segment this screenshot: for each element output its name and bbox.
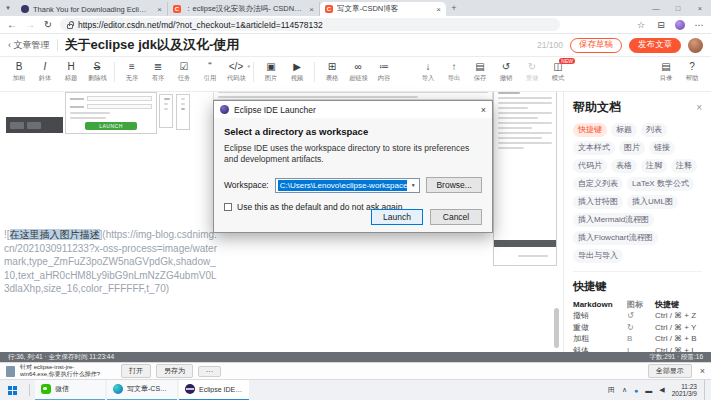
default-checkbox[interactable] [224, 203, 232, 211]
help-tag[interactable]: 链接 [649, 141, 675, 155]
battery-icon[interactable]: ▬ [645, 387, 652, 394]
help-tag[interactable]: 自定义列表 [573, 177, 623, 191]
markdown-source-text[interactable]: ![在这里插入图片描述](https://img-blog.csdnimg.cn… [4, 228, 221, 296]
browser-profile-avatar[interactable] [675, 20, 685, 30]
publish-button[interactable]: 发布文章 [629, 38, 681, 53]
toolbar-icon: ↓ [426, 60, 431, 73]
save-button[interactable]: ▤保存 [467, 60, 493, 82]
tab-close-icon[interactable]: × [436, 5, 441, 14]
article-title-input[interactable] [65, 38, 531, 53]
downloads-show-all-button[interactable]: 全部显示 [648, 364, 692, 378]
italic-button[interactable]: I斜体 [32, 60, 58, 82]
redo-button[interactable]: ↻重做 [519, 60, 545, 82]
task-list-button[interactable]: ☑任务 [171, 60, 197, 82]
ordered-list-button[interactable]: ≣有序 [145, 60, 171, 82]
help-close-icon[interactable]: × [696, 102, 702, 113]
help-tag[interactable]: 插入UML图 [627, 195, 678, 209]
help-tag[interactable]: 文本样式 [573, 141, 615, 155]
help-tag[interactable]: 插入Flowchart流程图 [573, 231, 658, 245]
code-block-button[interactable]: </>代码块▾ [223, 60, 249, 82]
volume-icon[interactable]: ◀ [659, 386, 664, 394]
taskbar-app-edge[interactable]: 写文章-CSDN博客及… [107, 380, 177, 400]
favorites-icon[interactable]: ☆ [635, 20, 647, 30]
browser-tab-eclipse-download[interactable]: Thank You for Downloading Ecli… × [16, 2, 168, 16]
cancel-button[interactable]: Cancel [430, 209, 482, 225]
link-button[interactable]: ∞超链接 [345, 60, 371, 82]
taskbar-app-wechat[interactable]: 微信 [35, 380, 105, 400]
help-tag[interactable]: 列表 [641, 123, 667, 137]
toolbar-icon: ▤ [475, 60, 484, 73]
forward-icon[interactable]: → [24, 19, 36, 30]
download-save-as-button[interactable]: 另存为 [156, 364, 193, 378]
import-button[interactable]: ↓导入 [415, 60, 441, 82]
selected-alt-text[interactable]: 在这里插入图片描述 [10, 229, 100, 240]
new-tab-button[interactable]: + [446, 3, 462, 13]
article-manage-link[interactable]: ‹ 文章管理 [8, 39, 50, 52]
dialog-title: Eclipse IDE Launcher [234, 105, 316, 115]
help-tag[interactable]: 代码片 [573, 159, 607, 173]
collections-icon[interactable]: ⊟ [655, 20, 667, 30]
eclipse-logo-icon [220, 105, 229, 114]
help-tag[interactable]: 图片 [619, 141, 645, 155]
workspace-combobox[interactable]: C:\Users\Lenovo\eclipse-workspace ▼ [275, 178, 421, 193]
help-tag[interactable]: 表格 [611, 159, 637, 173]
refresh-icon[interactable]: ↻ [42, 19, 54, 30]
launch-button[interactable]: Launch [371, 209, 423, 225]
download-prompt-text: 针对 eclipse-inst-jre- win64.exe,你要执行什么操作? [20, 364, 116, 378]
show-desktop-button[interactable] [704, 380, 707, 400]
tab-close-icon[interactable]: × [309, 5, 314, 14]
strikethrough-button[interactable]: S删除线 [84, 60, 110, 82]
url-text[interactable]: https://editor.csdn.net/md/?not_checkout… [78, 20, 323, 30]
undo-button[interactable]: ↺撤销 [493, 60, 519, 82]
workspace-value[interactable]: C:\Users\Lenovo\eclipse-workspace [278, 180, 408, 191]
video-button[interactable]: ▶视频 [284, 60, 310, 82]
bold-button[interactable]: B加粗 [6, 60, 32, 82]
embedded-screenshot-strip [213, 92, 493, 100]
help-tag[interactable]: 注释 [671, 159, 697, 173]
browser-tab-write-article[interactable]: C 写文章-CSDN博客 × [320, 2, 446, 16]
address-bar[interactable]: https://editor.csdn.net/md/?not_checkout… [60, 18, 560, 31]
close-button[interactable]: × [689, 4, 711, 13]
toc-button[interactable]: ▤目录 [653, 60, 679, 82]
help-tag[interactable]: LaTeX 数学公式 [627, 177, 694, 191]
dialog-close-icon[interactable]: × [481, 105, 486, 115]
editor-scrollbar[interactable] [554, 308, 559, 348]
maximize-button[interactable]: □ [667, 4, 689, 13]
export-button[interactable]: ↑导出 [441, 60, 467, 82]
more-menu-icon[interactable]: ⋯ [693, 20, 705, 30]
browser-tab-csdn-question[interactable]: C ：eclipse汉化安装办法吗- CSDN… × [168, 2, 320, 16]
back-icon[interactable]: ← [6, 19, 18, 30]
download-more-button[interactable]: ··· [198, 366, 221, 377]
help-tag[interactable]: 插入甘特图 [573, 195, 623, 209]
hidden-icons-chevron-icon[interactable]: ∧ [622, 386, 627, 394]
user-avatar[interactable] [688, 38, 703, 53]
dialog-titlebar[interactable]: Eclipse IDE Launcher × [214, 101, 492, 118]
ime-icon[interactable]: 田 [608, 385, 615, 395]
save-draft-button[interactable]: 保存草稿 [570, 38, 622, 53]
taskbar-clock[interactable]: 11:23 2021/3/9 [672, 383, 697, 398]
image-button[interactable]: ▣图片 [258, 60, 284, 82]
browse-button[interactable]: Browse... [426, 177, 482, 193]
content-button[interactable]: ≔内容 [371, 60, 397, 82]
help-tag[interactable]: 标题 [611, 123, 637, 137]
help-tag[interactable]: 导出与导入 [573, 249, 623, 263]
mode-button[interactable]: ◫模式NEW [545, 60, 571, 82]
table-button[interactable]: ⊞表格 [319, 60, 345, 82]
help-tag[interactable]: 插入Mermaid流程图 [573, 213, 654, 227]
heading-button[interactable]: H标题 [58, 60, 84, 82]
downloads-close-icon[interactable]: × [700, 366, 705, 376]
minimize-button[interactable]: — [645, 4, 667, 13]
download-open-button[interactable]: 打开 [121, 364, 151, 378]
taskbar-app-eclipse[interactable]: Eclipse IDE Launc… [179, 380, 249, 400]
quote-button[interactable]: “引用 [197, 60, 223, 82]
help-button[interactable]: ?帮助 [679, 60, 705, 82]
unordered-list-button[interactable]: ≡无序 [119, 60, 145, 82]
help-tag[interactable]: 快捷键 [573, 123, 607, 137]
tab-search-icon[interactable]: ▾ [0, 4, 16, 12]
start-button[interactable] [0, 380, 24, 400]
tab-close-icon[interactable]: × [157, 5, 162, 14]
tray-app-icon[interactable]: ● [634, 387, 638, 394]
shortcuts-table-header: Markdown 图标 快捷键 [573, 299, 702, 310]
help-tag[interactable]: 注脚 [641, 159, 667, 173]
chevron-down-icon[interactable]: ▼ [407, 182, 419, 188]
